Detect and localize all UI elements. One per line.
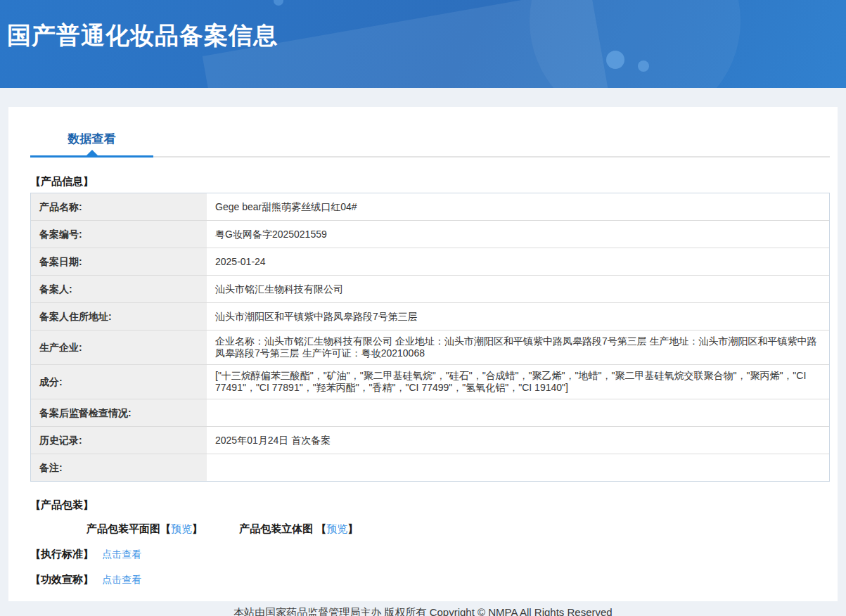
row-value: 粤G妆网备字2025021559 (207, 221, 829, 248)
bracket: 】 (192, 522, 203, 534)
packaging-flat-label: 产品包装平面图 (86, 522, 160, 534)
efficacy-view-link[interactable]: 点击查看 (102, 574, 141, 585)
tab-bar: 数据查看 (30, 131, 830, 158)
tab-active-indicator (86, 150, 98, 155)
packaging-3d-item: 产品包装立体图 【预览】 (239, 522, 358, 534)
packaging-flat-preview-link[interactable]: 预览 (171, 522, 192, 534)
header-decoration-dot (274, 0, 283, 6)
row-value: 汕头市铭汇生物科技有限公司 (207, 276, 829, 302)
row-value: Gege bear甜熊萌雾丝绒口红04# (207, 193, 829, 220)
tab-label: 数据查看 (68, 132, 116, 146)
table-row-filer-address: 备案人住所地址: 汕头市潮阳区和平镇紫中路凤皋路段7号第三层 (31, 303, 829, 331)
header-decoration-dot (638, 60, 649, 72)
row-value (207, 399, 829, 426)
bracket: 【 (160, 522, 171, 534)
table-row-supervision: 备案后监督检查情况: (31, 399, 829, 427)
page-title: 国产普通化妆品备案信息 (7, 20, 278, 52)
row-label: 备案编号: (31, 221, 207, 248)
efficacy-heading: 【功效宣称】 (30, 573, 94, 585)
row-value: 企业名称：汕头市铭汇生物科技有限公司 企业地址：汕头市潮阳区和平镇紫中路凤皋路段… (207, 331, 829, 364)
row-label: 产品名称: (31, 193, 207, 220)
footer: 本站由国家药品监督管理局主办 版权所有 Copyright © NMPA All… (0, 601, 846, 616)
header-decoration-circle (530, 0, 741, 88)
bracket: 【 (316, 522, 326, 534)
row-label: 备案人住所地址: (31, 303, 207, 330)
copyright-text: 本站由国家药品监督管理局主办 版权所有 Copyright © NMPA All… (233, 606, 612, 616)
row-value: 2025-01-24 (207, 248, 829, 275)
row-value: 汕头市潮阳区和平镇紫中路凤皋路段7号第三层 (207, 303, 829, 330)
table-row-filer: 备案人: 汕头市铭汇生物科技有限公司 (31, 276, 829, 303)
standard-section: 【执行标准】 点击查看 (30, 548, 830, 561)
standard-heading: 【执行标准】 (30, 548, 94, 560)
table-row-ingredients: 成分: ["十三烷醇偏苯三酸酯"，"矿油"，"聚二甲基硅氧烷"，"硅石"，"合成… (31, 365, 829, 399)
table-row-manufacturer: 生产企业: 企业名称：汕头市铭汇生物科技有限公司 企业地址：汕头市潮阳区和平镇紫… (31, 331, 829, 365)
row-label: 备案人: (31, 276, 207, 302)
efficacy-section: 【功效宣称】 点击查看 (30, 573, 830, 586)
row-value: ["十三烷醇偏苯三酸酯"，"矿油"，"聚二甲基硅氧烷"，"硅石"，"合成蜡"，"… (207, 365, 829, 399)
row-label: 生产企业: (31, 331, 207, 364)
content-card: 数据查看 【产品信息】 产品名称: Gege bear甜熊萌雾丝绒口红04# 备… (8, 107, 838, 601)
packaging-heading: 【产品包装】 (30, 499, 830, 512)
table-row-filing-number: 备案编号: 粤G妆网备字2025021559 (31, 221, 829, 248)
packaging-3d-label: 产品包装立体图 (239, 522, 316, 534)
product-info-table: 产品名称: Gege bear甜熊萌雾丝绒口红04# 备案编号: 粤G妆网备字2… (30, 193, 830, 482)
row-label: 历史记录: (31, 427, 207, 454)
packaging-flat-item: 产品包装平面图【预览】 (86, 522, 203, 534)
table-row-filing-date: 备案日期: 2025-01-24 (31, 248, 829, 276)
bracket: 】 (347, 522, 358, 534)
packaging-3d-preview-link[interactable]: 预览 (326, 522, 347, 534)
product-info-heading: 【产品信息】 (30, 175, 830, 188)
row-label: 成分: (31, 365, 207, 399)
row-value (207, 454, 829, 481)
standard-view-link[interactable]: 点击查看 (102, 548, 141, 560)
row-value: 2025年01月24日 首次备案 (207, 427, 829, 454)
table-row-history: 历史记录: 2025年01月24日 首次备案 (31, 427, 829, 454)
page-header: 国产普通化妆品备案信息 (0, 0, 846, 88)
packaging-row: 产品包装平面图【预览】 产品包装立体图 【预览】 (30, 522, 830, 536)
tab-data-view[interactable]: 数据查看 (30, 131, 153, 156)
table-row-remarks: 备注: (31, 454, 829, 481)
row-label: 备案日期: (31, 248, 207, 275)
row-label: 备案后监督检查情况: (31, 399, 207, 426)
header-decoration-dot (606, 51, 624, 69)
row-label: 备注: (31, 454, 207, 481)
table-row-product-name: 产品名称: Gege bear甜熊萌雾丝绒口红04# (31, 193, 829, 221)
